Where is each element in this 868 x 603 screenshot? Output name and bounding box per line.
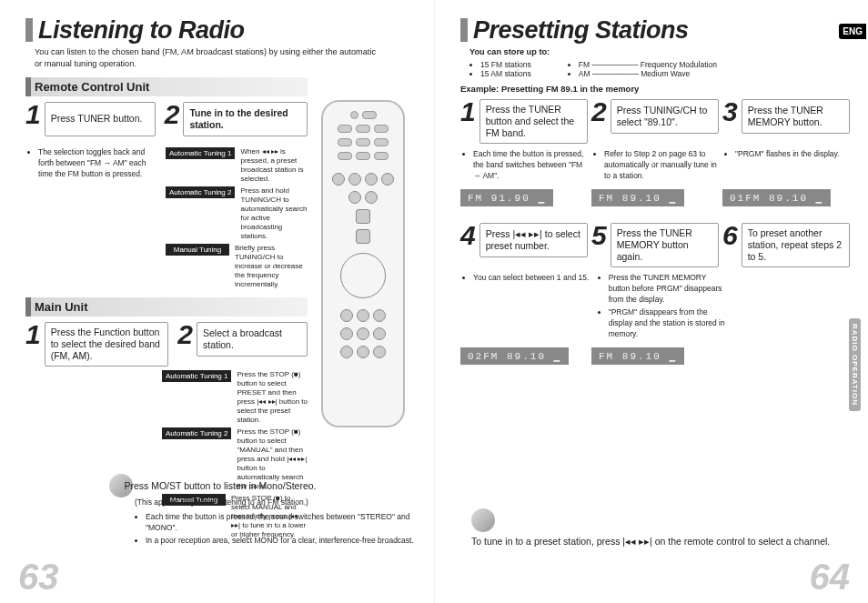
preset-step-3: 3Press the TUNER MEMORY button. — [722, 99, 850, 144]
preset-step-5: 5Press the TUNER MEMORY button again. — [591, 223, 719, 267]
tip-bullet-2: In a poor reception area, select MONO fo… — [146, 536, 416, 547]
abbr-am: AM —————— Medium Wave — [579, 69, 717, 78]
lcd-2: FM 89.10 ▁ — [591, 189, 684, 206]
auto-tuning-1-text: When ◂◂ ▸▸ is pressed, a preset broadcas… — [240, 147, 308, 184]
p-step5-note-b: "PRGM" disappears from the display and t… — [609, 307, 728, 340]
preset-step-6: 6To preset another station, repeat steps… — [722, 223, 850, 267]
tip-icon — [471, 508, 495, 532]
manual-tuning-label: Manual Tuning — [166, 244, 229, 256]
tip-subhead: (This applies only when listening to an … — [135, 497, 416, 507]
page-title-right: Presetting Stations — [460, 16, 850, 45]
chevron-up-icon — [356, 209, 370, 224]
nav-ring — [340, 253, 386, 298]
main-step-1: 1 Press the Function button to select th… — [25, 322, 168, 367]
section-remote: Remote Control Unit — [25, 77, 308, 96]
step1-note: The selection toggles back and forth bet… — [38, 147, 156, 180]
page-number-right: 64 — [810, 557, 851, 598]
side-tab: RADIO OPERATION — [849, 318, 861, 411]
lcd-1: FM 91.90 ▁ — [460, 189, 553, 206]
tip-heading: Press MO/ST button to listen in Mono/Ste… — [124, 480, 316, 491]
preset-step-2: 2Press TUNING/CH to select "89.10". — [591, 99, 719, 144]
remote-illustration — [321, 100, 405, 427]
tip-bullet-1: Each time the button is pressed, the sou… — [146, 512, 416, 534]
step-number: 1 — [25, 102, 41, 126]
p-step1-note: Each time the button is pressed, the ban… — [473, 149, 588, 182]
p-step3-note: "PRGM" flashes in the display. — [735, 149, 850, 160]
step-number: 2 — [165, 102, 180, 126]
manual-tuning-text: Briefly press TUNING/CH to increase or d… — [235, 244, 308, 289]
m-auto1-label: Automatic Tuning 1 — [162, 370, 231, 382]
store-am: 15 AM stations — [480, 69, 531, 78]
auto-tuning-2-text: Press and hold TUNING/CH to automaticall… — [240, 186, 308, 241]
lcd-3: 01FM 89.10 ▁ — [722, 189, 831, 206]
m-auto1-text: Press the STOP (■) button to select PRES… — [237, 370, 308, 425]
p-step5-note-a: Press the TUNER MEMORY button before PRG… — [609, 273, 728, 306]
p-step4-note: You can select between 1 and 15. — [473, 273, 592, 284]
m-auto2-label: Automatic Tuning 2 — [162, 427, 231, 439]
section-main-unit: Main Unit — [25, 297, 308, 317]
intro-text: You can listen to the chosen band (FM, A… — [35, 46, 380, 70]
store-heading: You can store up to: — [469, 46, 815, 58]
auto-tuning-2-label: Automatic Tuning 2 — [166, 186, 235, 198]
store-fm: 15 FM stations — [480, 60, 531, 69]
page-number-left: 63 — [18, 557, 59, 598]
example-heading: Example: Presetting FM 89.1 in the memor… — [460, 84, 850, 94]
auto-tuning-1-label: Automatic Tuning 1 — [166, 147, 235, 159]
p-step2-note: Refer to Step 2 on page 63 to automatica… — [604, 149, 719, 182]
page-title-left: Listening to Radio — [25, 16, 416, 45]
page-left: Listening to Radio You can listen to the… — [0, 0, 434, 603]
lcd-4: 02FM 89.10 ▁ — [460, 347, 569, 365]
lcd-5: FM 89.10 ▁ — [591, 347, 684, 365]
page-right: Presetting Stations You can store up to:… — [434, 0, 868, 603]
preset-step-1: 1Press the TUNER button and select the F… — [460, 99, 588, 144]
tip-right: To tune in to a preset station, press |◂… — [471, 536, 830, 547]
abbr-fm: FM —————— Frequency Modulation — [579, 60, 717, 69]
remote-step-2: 2 Tune in to the desired station. — [165, 102, 308, 136]
remote-step-1: 1 Press TUNER button. — [25, 102, 156, 136]
chevron-down-icon — [356, 229, 370, 244]
main-step-2: 2 Select a broadcast station. — [177, 322, 308, 357]
preset-step-4: 4Press |◂◂ ▸▸| to select preset number. — [460, 223, 588, 267]
